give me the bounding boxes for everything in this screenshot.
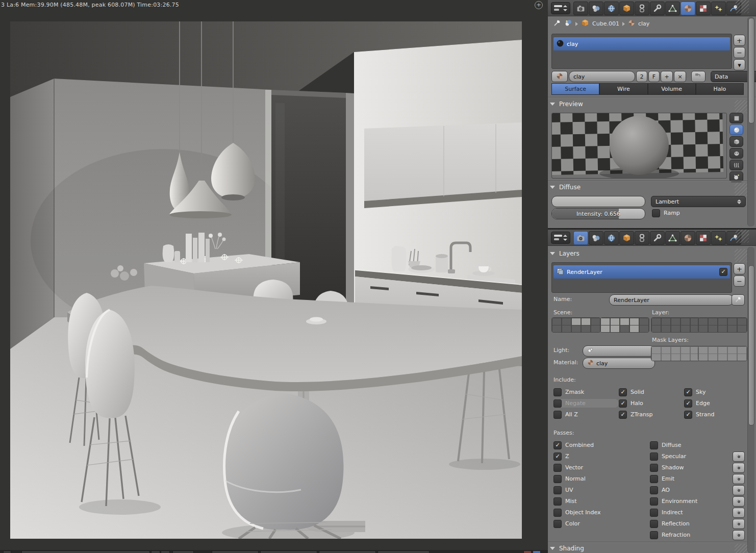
layer-cell[interactable] (610, 325, 620, 333)
checkbox[interactable] (650, 531, 658, 539)
bottom-menu[interactable] (260, 550, 317, 553)
layer-cell[interactable] (651, 325, 661, 333)
include-option-halo[interactable]: ✓Halo (619, 399, 684, 408)
layer-cell[interactable] (737, 325, 747, 333)
bottom-button[interactable] (151, 550, 160, 553)
diffuse-intensity-slider[interactable]: Intensity: 0.656 (551, 208, 645, 219)
bottom-button[interactable] (161, 550, 170, 553)
layer-cell[interactable] (591, 325, 600, 333)
layer-cell[interactable] (600, 325, 610, 333)
scrollbar-thumb[interactable] (748, 265, 754, 425)
layer-cell[interactable] (629, 325, 639, 333)
material-name-field[interactable]: clay (569, 71, 635, 82)
checkbox[interactable] (650, 486, 658, 494)
tab-render-layers-icon[interactable] (589, 231, 603, 245)
layer-cell[interactable] (727, 354, 737, 361)
checkbox[interactable] (650, 509, 658, 517)
checkbox[interactable] (650, 464, 658, 472)
breadcrumb-object[interactable]: Cube.001 (592, 20, 619, 27)
material-type-tab-surface[interactable]: Surface (551, 83, 599, 95)
preview-panel-header[interactable]: Preview (550, 100, 583, 108)
pass-indirect[interactable]: Indirect (650, 508, 745, 517)
layer-cell[interactable] (671, 325, 681, 333)
checkbox[interactable] (650, 520, 658, 528)
new-material-button[interactable]: + (661, 71, 673, 82)
layer-cell[interactable] (552, 325, 562, 333)
tab-modifiers-icon[interactable] (650, 231, 665, 245)
tab-constraints-icon[interactable] (635, 231, 649, 245)
pass-object-index[interactable]: Object Index (553, 508, 601, 517)
material-slot-row[interactable]: clay (553, 37, 730, 51)
layer-cell[interactable] (718, 354, 727, 361)
save-buffers-camera-button[interactable] (733, 474, 745, 484)
checkbox[interactable]: ✓ (684, 399, 692, 408)
preview-mode-sphere-button[interactable] (729, 124, 743, 135)
bottom-blue-button[interactable] (533, 550, 541, 553)
checkbox[interactable]: ✓ (553, 453, 562, 461)
checkbox[interactable] (553, 509, 562, 517)
pin-icon[interactable] (553, 19, 561, 29)
material-type-tab-halo[interactable]: Halo (696, 83, 744, 95)
material-slot-list[interactable]: clay (551, 34, 732, 69)
checkbox[interactable] (553, 464, 562, 472)
layer-cell[interactable] (708, 354, 718, 361)
tab-material-icon[interactable] (681, 2, 695, 15)
pass-mist[interactable]: Mist (553, 497, 601, 506)
tab-world-icon[interactable] (604, 231, 619, 245)
editor-type-selector[interactable] (551, 232, 570, 244)
tab-render-layers-icon[interactable] (589, 2, 603, 15)
save-buffers-camera-button[interactable] (733, 530, 745, 540)
pass-emit[interactable]: Emit (650, 474, 745, 483)
layer-cell[interactable] (681, 325, 690, 333)
render-layer-list[interactable]: RenderLayer ✓ (551, 262, 732, 293)
layer-cell[interactable] (571, 325, 581, 333)
checkbox[interactable] (650, 453, 658, 461)
save-buffers-camera-button[interactable] (733, 485, 745, 495)
tab-object-icon[interactable] (619, 231, 634, 245)
include-option-sky[interactable]: ✓Sky (684, 388, 742, 396)
save-buffers-camera-button[interactable] (733, 463, 745, 473)
checkbox[interactable]: ✓ (684, 411, 692, 419)
tab-texture-icon[interactable] (696, 231, 711, 245)
pass-reflection[interactable]: Reflection (650, 519, 745, 528)
checkbox[interactable] (553, 520, 562, 528)
pass-diffuse[interactable]: Diffuse (650, 441, 745, 449)
layer-grid-a[interactable] (651, 317, 700, 333)
breadcrumb-material[interactable]: clay (638, 20, 649, 27)
pass-normal[interactable]: Normal (553, 474, 601, 483)
material-type-tab-volume[interactable]: Volume (648, 83, 696, 95)
preview-mode-flat-button[interactable] (729, 113, 743, 123)
layer-cell[interactable] (681, 354, 690, 361)
scrollbar-track[interactable] (747, 247, 754, 553)
save-buffers-camera-button[interactable] (733, 508, 745, 518)
scrollbar-track[interactable] (747, 17, 754, 227)
layer-cell[interactable] (661, 325, 671, 333)
expand-panel-icon[interactable]: + (535, 1, 543, 9)
tab-texture-icon[interactable] (696, 2, 711, 15)
fake-user-button[interactable]: F (648, 71, 660, 82)
layer-cell[interactable] (698, 354, 708, 361)
layers-panel-header[interactable]: Layers (550, 250, 579, 257)
ramp-checkbox-row[interactable]: Ramp (652, 209, 680, 217)
checkbox[interactable] (650, 441, 658, 449)
light-override-field[interactable] (583, 345, 655, 357)
preview-mode-hair-button[interactable] (729, 160, 743, 170)
mask-layers-grid-a[interactable] (651, 346, 700, 361)
include-option-edge[interactable]: ✓Edge (684, 399, 742, 408)
scrollbar-thumb[interactable] (748, 18, 754, 123)
checkbox[interactable] (553, 399, 562, 408)
pass-specular[interactable]: Specular (650, 452, 745, 461)
include-option-all-z[interactable]: All Z (553, 410, 619, 419)
tab-object-data-icon[interactable] (665, 2, 680, 15)
unlink-material-button[interactable]: × (674, 71, 686, 82)
pass-color[interactable]: Color (553, 519, 601, 528)
layer-cell[interactable] (581, 325, 591, 333)
layer-remove-button[interactable]: − (734, 275, 745, 287)
diffuse-panel-header[interactable]: Diffuse (550, 184, 581, 191)
checkbox[interactable]: ✓ (684, 388, 692, 396)
material-override-field[interactable]: clay (583, 358, 655, 369)
browse-material-button[interactable] (551, 71, 568, 82)
checkbox[interactable] (553, 411, 562, 419)
scene-layers-grid-b[interactable] (600, 317, 649, 333)
save-buffers-camera-button[interactable] (733, 451, 745, 462)
